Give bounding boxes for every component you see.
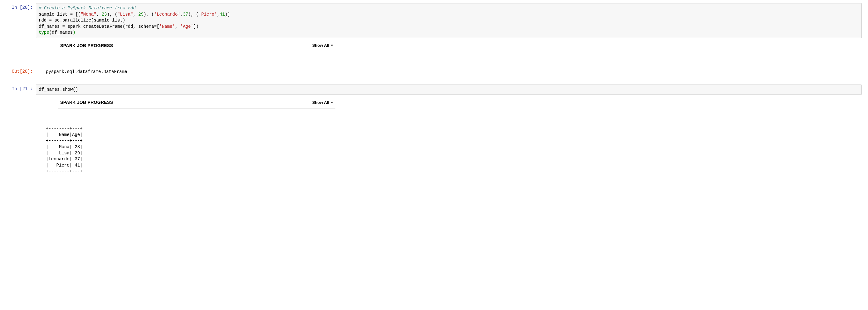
code-input-area[interactable]: # Create a PySpark Dataframe from rdd sa… [36, 3, 862, 38]
chevron-down-icon: ▼ [331, 101, 334, 104]
empty-prompt [6, 39, 36, 40]
output-cell-21: +--------+---+ | Name|Age| +--------+---… [6, 124, 862, 177]
spark-progress-widget: SPARK JOB PROGRESS Show All ▼ [36, 95, 335, 118]
output-text-area: pyspark.sql.dataframe.DataFrame [36, 67, 862, 77]
chevron-down-icon: ▼ [331, 44, 334, 47]
code-block: # Create a PySpark Dataframe from rdd sa… [39, 5, 859, 36]
show-all-label: Show All [312, 43, 329, 48]
input-cell-21: In [21]: df_names.show() [6, 85, 862, 95]
input-prompt: In [20]: [6, 3, 36, 10]
spark-progress-row: SPARK JOB PROGRESS Show All ▼ [6, 95, 862, 118]
empty-prompt [6, 124, 36, 126]
output-cell-20: Out[20]: pyspark.sql.dataframe.DataFrame [6, 67, 862, 77]
show-all-toggle[interactable]: Show All ▼ [312, 100, 334, 105]
output-text-area: +--------+---+ | Name|Age| +--------+---… [36, 124, 862, 177]
spark-progress-title: SPARK JOB PROGRESS [60, 100, 113, 105]
spark-progress-title: SPARK JOB PROGRESS [60, 43, 113, 48]
input-cell-20: In [20]: # Create a PySpark Dataframe fr… [6, 3, 862, 38]
code-input-area[interactable]: df_names.show() [36, 85, 862, 95]
empty-prompt [6, 95, 36, 97]
input-prompt: In [21]: [6, 85, 36, 91]
code-block: df_names.show() [39, 87, 859, 93]
spark-progress-widget: SPARK JOB PROGRESS Show All ▼ [36, 39, 335, 61]
spark-progress-row: SPARK JOB PROGRESS Show All ▼ [6, 39, 862, 61]
output-dataframe-table: +--------+---+ | Name|Age| +--------+---… [46, 126, 859, 175]
show-all-label: Show All [312, 100, 329, 105]
output-text: pyspark.sql.dataframe.DataFrame [46, 69, 859, 75]
show-all-toggle[interactable]: Show All ▼ [312, 43, 334, 48]
output-prompt: Out[20]: [6, 67, 36, 74]
